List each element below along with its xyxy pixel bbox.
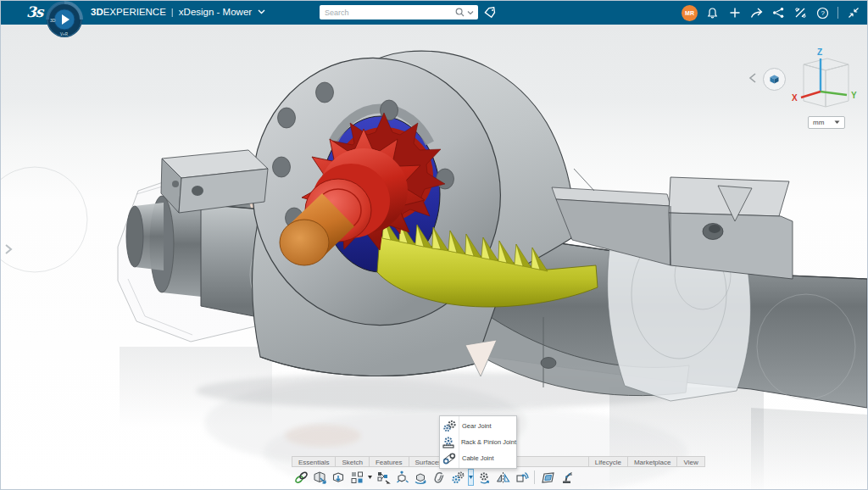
tab-marketplace[interactable]: Marketplace: [628, 456, 678, 467]
share-network-icon: [772, 7, 785, 19]
notifications-button[interactable]: [705, 6, 720, 20]
mirror-icon: [496, 471, 510, 485]
svg-text:?: ?: [821, 9, 825, 17]
share-button[interactable]: [749, 6, 764, 20]
search-bar: [320, 5, 478, 19]
axis-triad[interactable]: Z X Y: [785, 47, 866, 116]
menu-item-label: Gear Joint: [459, 422, 492, 430]
mechanism-icon: [477, 471, 492, 485]
3dexperience-compass-icon[interactable]: 3D V+R: [45, 1, 84, 40]
tab-view[interactable]: View: [677, 456, 704, 467]
mechanism-button[interactable]: [476, 469, 492, 486]
paperclip-icon: [432, 471, 447, 485]
app-window: 3s 3D V+R 3DEXPERIENCE | xDesign - Mower: [0, 0, 868, 490]
import-component-icon: [331, 471, 346, 485]
pattern-dropdown-caret[interactable]: [367, 469, 373, 486]
insert-component-button[interactable]: [311, 469, 328, 486]
robot-arm-icon: [559, 471, 574, 485]
rotate-component-button[interactable]: [412, 469, 429, 486]
viewport[interactable]: Z X Y mm Gear Joint R: [1, 25, 867, 490]
units-dropdown[interactable]: mm: [808, 116, 845, 129]
explode-view-button[interactable]: [393, 469, 410, 486]
share-arrow-icon: [750, 7, 763, 19]
user-avatar[interactable]: MR: [682, 5, 698, 21]
iso-cube-icon: [769, 74, 780, 85]
mount-block[interactable]: [161, 150, 268, 213]
apps-icon: [794, 7, 807, 19]
toolbar-divider: [534, 471, 535, 484]
brand-rest: EXPERIENCE: [103, 7, 166, 17]
iso-view-button[interactable]: [763, 68, 786, 91]
pattern-button[interactable]: [348, 469, 365, 486]
tag-icon: [484, 7, 496, 19]
brand-divider: |: [171, 7, 174, 17]
compass-south-label: V+R: [60, 32, 69, 36]
explode-view-icon: [395, 471, 409, 485]
menu-item-label: Cable Joint: [459, 454, 494, 462]
mate-button[interactable]: [292, 469, 309, 486]
mate-icon: [294, 471, 309, 485]
kinematics-icon: [515, 471, 529, 485]
add-content-button[interactable]: [727, 6, 742, 20]
kinematics-button[interactable]: [513, 469, 530, 486]
bell-icon: [706, 7, 719, 19]
pattern-icon: [350, 471, 364, 485]
compass-west-label: 3D: [50, 18, 56, 23]
insert-component-icon: [313, 471, 327, 485]
units-value: mm: [813, 119, 824, 126]
joints-button[interactable]: [449, 469, 466, 486]
tab-essentials[interactable]: Essentials: [292, 456, 336, 467]
joints-gears-icon: [451, 471, 465, 485]
triad-cube: [804, 58, 849, 107]
breadcrumb: 3DEXPERIENCE | xDesign - Mower: [91, 7, 265, 17]
exit-fullscreen-button[interactable]: [846, 6, 860, 20]
z-axis-label: Z: [817, 47, 822, 57]
tab-sketch[interactable]: Sketch: [336, 456, 369, 467]
brand-bold: 3D: [91, 7, 103, 17]
tab-lifecycle[interactable]: Lifecycle: [589, 456, 628, 467]
mirror-button[interactable]: [494, 469, 511, 486]
x-axis-label: X: [792, 93, 798, 103]
caret-down-icon: [469, 476, 473, 479]
assembly-toolbar: [292, 468, 575, 487]
previous-view-chevron-icon[interactable]: [748, 72, 758, 84]
search-options-chevron-icon[interactable]: [467, 10, 474, 15]
menu-item-cable-joint[interactable]: Cable Joint: [440, 450, 516, 466]
app-title: xDesign - Mower: [179, 7, 252, 17]
apps-button[interactable]: [793, 6, 808, 20]
caret-down-icon: [368, 476, 372, 479]
joint-flyout-menu: Gear Joint Rack & Pinion Joint Cable Joi…: [439, 415, 517, 469]
rotate-component-icon: [414, 471, 428, 485]
cable-joint-icon: [442, 452, 456, 465]
model-canvas[interactable]: [1, 25, 867, 490]
joints-dropdown-caret[interactable]: [468, 469, 474, 486]
menu-item-gear-joint[interactable]: Gear Joint: [440, 418, 516, 434]
help-icon: ?: [816, 7, 829, 19]
3ds-logo: 3s: [26, 3, 42, 20]
robot-button[interactable]: [558, 469, 575, 486]
structure-button[interactable]: [375, 469, 392, 486]
import-component-button[interactable]: [330, 469, 347, 486]
frame-button[interactable]: [539, 469, 556, 486]
frame-icon: [541, 471, 555, 485]
rack-pinion-joint-icon: [442, 436, 455, 449]
expand-tree-chevron-icon[interactable]: [3, 243, 14, 255]
app-menu-chevron-icon[interactable]: [258, 9, 265, 14]
tab-features[interactable]: Features: [370, 456, 409, 467]
menu-item-label: Rack & Pinion Joint: [458, 438, 516, 446]
anchor-button[interactable]: [431, 469, 448, 486]
structure-tree-icon: [376, 471, 391, 485]
top-bar: 3s 3D V+R 3DEXPERIENCE | xDesign - Mower: [1, 1, 867, 25]
search-icon[interactable]: [455, 8, 465, 17]
help-button[interactable]: ?: [815, 6, 830, 20]
collaborate-button[interactable]: [771, 6, 786, 20]
y-axis-label: Y: [851, 91, 857, 100]
plus-icon: [729, 7, 741, 19]
menu-item-rack-pinion-joint[interactable]: Rack & Pinion Joint: [440, 434, 516, 450]
tags-button[interactable]: [482, 5, 498, 19]
gear-joint-icon: [442, 420, 456, 433]
search-input[interactable]: [320, 8, 455, 17]
units-chevron-icon: [834, 120, 840, 125]
topbar-actions: MR ?: [682, 1, 860, 25]
collapse-arrows-icon: [848, 7, 860, 19]
